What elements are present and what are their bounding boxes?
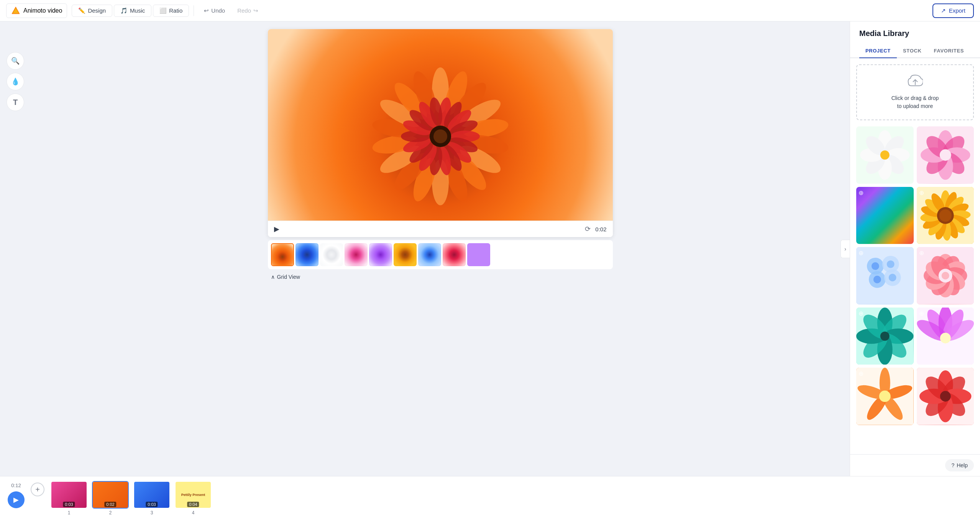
zoom-overlay-9: ⊕ — [859, 370, 863, 377]
film-thumb-3[interactable] — [320, 243, 343, 266]
film-thumb-1[interactable] — [271, 243, 294, 266]
tab-favorites[interactable]: FAVORITES — [927, 44, 970, 58]
clip-label-4: Pettily Present — [181, 493, 205, 497]
brand-logo-icon — [11, 6, 20, 15]
timeline-clip-4[interactable]: Pettily Present 0:04 4 — [175, 481, 212, 515]
film-thumb-6[interactable] — [394, 243, 417, 266]
collapse-panel-button[interactable]: › — [840, 240, 850, 258]
time-display: 0:02 — [595, 226, 606, 232]
media-item-4[interactable]: ⊕ — [917, 187, 974, 244]
media-item-10[interactable] — [917, 368, 974, 425]
brand-button[interactable]: Animoto video — [6, 3, 67, 18]
zoom-overlay-3: ⊕ — [859, 189, 863, 196]
upload-area[interactable]: Click or drag & drop to upload more — [856, 64, 974, 120]
add-icon: + — [35, 485, 40, 494]
export-icon: ↗ — [941, 7, 946, 14]
film-thumb-2[interactable] — [295, 243, 318, 266]
video-container: ▶ ⟳ 0:02 — [268, 29, 613, 237]
music-icon: 🎵 — [120, 7, 128, 14]
main-layout: 🔍 💧 T — [0, 21, 980, 476]
zoom-overlay-7: ⊕ — [859, 310, 863, 317]
ratio-icon: ⬜ — [159, 7, 167, 14]
redo-button[interactable]: Redo ↪ — [232, 5, 264, 16]
export-button[interactable]: ↗ Export — [932, 3, 974, 18]
color-drop-icon: 💧 — [11, 77, 20, 86]
svg-point-103 — [941, 272, 949, 280]
media-item-1[interactable] — [856, 126, 914, 184]
color-tool-button[interactable]: 💧 — [7, 73, 24, 90]
clip-duration-3: 0:03 — [146, 502, 158, 507]
video-canvas[interactable] — [268, 29, 613, 221]
film-strip — [268, 240, 613, 269]
help-button[interactable]: ? Help — [945, 459, 974, 471]
zoom-icon: 🔍 — [11, 57, 20, 65]
media-thumb-10 — [917, 368, 974, 425]
media-item-7[interactable]: ⊕ — [856, 308, 914, 365]
clip-number-1: 1 — [68, 510, 71, 515]
film-thumb-9[interactable] — [467, 243, 490, 266]
timeline-clip-1[interactable]: 0:03 1 — [51, 481, 87, 515]
zoom-overlay-4: ⊕ — [919, 189, 924, 196]
zoom-tool-button[interactable]: 🔍 — [7, 52, 24, 70]
media-thumb-1 — [856, 126, 914, 184]
play-button[interactable]: ▶ — [274, 225, 279, 233]
film-thumb-8[interactable] — [443, 243, 466, 266]
media-item-9[interactable]: ⊕ — [856, 368, 914, 425]
film-thumb-5[interactable] — [369, 243, 392, 266]
svg-point-120 — [940, 332, 950, 343]
design-icon: ✏️ — [78, 7, 85, 14]
svg-point-79 — [939, 209, 951, 221]
grid-view-toggle[interactable]: ∧ Grid View — [271, 272, 300, 283]
media-item-3[interactable]: ⊕ — [856, 187, 914, 244]
film-thumb-7[interactable] — [418, 243, 441, 266]
svg-point-88 — [889, 274, 896, 281]
timeline-clip-3[interactable]: 0:03 3 — [133, 481, 170, 515]
brand-label: Animoto video — [23, 7, 62, 14]
text-tool-button[interactable]: T — [7, 93, 24, 111]
media-thumb-2 — [917, 126, 974, 184]
upload-icon — [908, 74, 923, 91]
panel-tabs: PROJECT STOCK FAVORITES — [850, 44, 980, 58]
svg-point-113 — [880, 331, 890, 340]
svg-point-85 — [872, 262, 879, 270]
svg-point-50 — [880, 151, 890, 160]
right-panel: Media Library PROJECT STOCK FAVORITES Cl… — [850, 21, 980, 476]
media-item-6[interactable]: ⊕ — [917, 247, 974, 304]
media-item-8[interactable]: ⊕ — [917, 308, 974, 365]
reset-button[interactable]: ⟳ — [585, 225, 591, 233]
nav-divider — [194, 5, 194, 16]
film-thumb-4[interactable] — [345, 243, 368, 266]
ratio-button[interactable]: ⬜ Ratio — [153, 5, 189, 17]
media-thumb-9 — [856, 368, 914, 425]
canvas-area: ▶ ⟳ 0:02 ∧ Grid View — [31, 21, 850, 476]
svg-point-86 — [887, 260, 895, 268]
undo-icon: ↩ — [204, 7, 209, 14]
media-item-5[interactable]: ⊕ — [856, 247, 914, 304]
timeline-play-button[interactable]: ▶ — [8, 491, 25, 508]
panel-content: Click or drag & drop to upload more — [850, 58, 980, 454]
media-item-2[interactable] — [917, 126, 974, 184]
svg-point-127 — [879, 391, 891, 402]
upload-text: Click or drag & drop to upload more — [891, 94, 939, 110]
clip-duration-1: 0:03 — [63, 502, 75, 507]
design-button[interactable]: ✏️ Design — [72, 5, 112, 17]
undo-button[interactable]: ↩ Undo — [199, 5, 230, 16]
zoom-overlay-8: ⊕ — [919, 310, 924, 317]
zoom-overlay-6: ⊕ — [919, 249, 924, 257]
timeline-clip-2[interactable]: 0:02 2 — [92, 481, 129, 515]
add-clip-button[interactable]: + — [31, 483, 44, 496]
tab-project[interactable]: PROJECT — [859, 44, 897, 58]
svg-point-87 — [873, 276, 881, 283]
left-toolbar: 🔍 💧 T — [0, 21, 31, 476]
timeline: 0:12 ▶ + 0:03 1 0:02 2 0:0 — [0, 476, 980, 522]
tab-stock[interactable]: STOCK — [897, 44, 928, 58]
svg-point-60 — [939, 149, 951, 161]
help-icon: ? — [951, 462, 954, 468]
timeline-clips: 0:03 1 0:02 2 0:03 3 Pettily Present — [51, 481, 212, 515]
clip-duration-4: 0:04 — [187, 502, 199, 507]
music-button[interactable]: 🎵 Music — [114, 5, 151, 17]
svg-point-39 — [433, 129, 447, 143]
zoom-overlay-5: ⊕ — [859, 249, 863, 257]
svg-point-137 — [940, 391, 950, 402]
video-controls: ▶ ⟳ 0:02 — [268, 221, 613, 237]
